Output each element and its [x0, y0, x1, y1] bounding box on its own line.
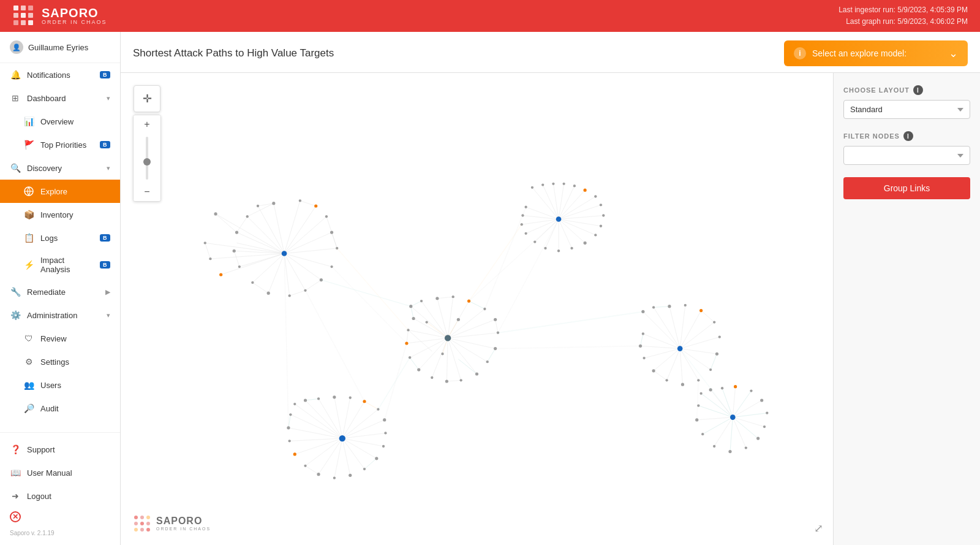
svg-line-12 [216, 214, 284, 254]
content-header: Shortest Attack Paths to High Value Targ… [121, 32, 980, 73]
svg-line-269 [733, 417, 758, 438]
layout-label: CHOOSE LAYOUT i [843, 85, 970, 95]
svg-line-207 [342, 398, 350, 438]
layout-info-icon[interactable]: i [913, 85, 923, 95]
svg-point-195 [709, 368, 712, 371]
watermark-subtitle: ORDER IN CHAOS [156, 527, 211, 532]
topbar: SAPORO ORDER IN CHAOS Last ingestor run:… [0, 0, 980, 32]
svg-point-230 [304, 398, 307, 402]
sidebar-item-top-priorities[interactable]: 🚩 Top Priorities B [0, 133, 120, 156]
sidebar-item-review[interactable]: 🛡 Review [0, 327, 120, 350]
sidebar-label-inventory: Inventory [40, 210, 110, 219]
svg-point-232 [333, 395, 336, 398]
svg-line-169 [680, 311, 701, 349]
svg-line-206 [334, 397, 342, 438]
zoom-slider[interactable] [134, 134, 160, 183]
svg-line-165 [643, 311, 680, 348]
svg-line-265 [733, 391, 751, 417]
svg-point-285 [756, 436, 760, 440]
svg-line-250 [332, 267, 407, 343]
svg-point-245 [293, 452, 296, 455]
svg-line-227 [288, 414, 290, 428]
sidebar-user[interactable]: 👤 Guillaume Eyries [0, 32, 120, 63]
logout-icon: ➜ [10, 490, 21, 501]
sidebar-item-administration[interactable]: ⚙️ Administration ▾ [0, 303, 120, 327]
sidebar-item-users[interactable]: 👥 Users [0, 373, 120, 397]
svg-point-288 [713, 445, 715, 448]
svg-point-51 [272, 202, 275, 205]
svg-line-218 [306, 438, 342, 466]
svg-point-301 [134, 528, 138, 532]
sidebar-item-discovery[interactable]: 🔍 Discovery ▾ [0, 156, 120, 180]
sidebar-item-user-manual[interactable]: 📖 User Manual [0, 461, 120, 484]
svg-point-67 [219, 273, 222, 276]
svg-line-23 [284, 254, 321, 280]
explore-model-banner[interactable]: i Select an explore model: ⌄ [784, 40, 968, 66]
svg-rect-7 [13, 20, 18, 25]
avatar: 👤 [10, 40, 23, 54]
svg-line-264 [733, 387, 735, 417]
filter-info-icon[interactable]: i [903, 131, 913, 141]
filter-nodes-select[interactable] [843, 146, 970, 165]
layout-select[interactable]: Standard Hierarchical Circular [843, 100, 970, 119]
sidebar-label-impact-analysis: Impact Analysis [40, 256, 94, 274]
sidebar-item-audit[interactable]: 🔎 Audit [0, 397, 120, 420]
svg-point-237 [384, 432, 386, 434]
svg-line-80 [559, 219, 572, 248]
svg-line-293 [697, 380, 699, 420]
sidebar-item-explore[interactable]: Explore [0, 180, 120, 203]
svg-rect-1 [13, 6, 18, 10]
notifications-badge: B [100, 71, 110, 78]
sidebar-item-settings[interactable]: ⚙ Settings [0, 350, 120, 373]
zoom-out-button[interactable]: − [134, 183, 160, 201]
svg-point-188 [652, 306, 655, 308]
svg-point-89 [531, 186, 533, 189]
watermark-logo-icon [133, 514, 151, 533]
svg-line-251 [337, 248, 408, 330]
sidebar-item-remediate[interactable]: 🔧 Remediate ▶ [0, 280, 120, 303]
sidebar-label-explore: Explore [40, 187, 110, 196]
zoom-slider-handle[interactable] [143, 158, 151, 166]
svg-point-280 [734, 385, 737, 388]
svg-point-154 [460, 379, 462, 381]
svg-point-193 [718, 336, 721, 338]
sidebar-item-support[interactable]: ❓ Support [0, 438, 120, 461]
explore-icon [23, 186, 34, 197]
svg-point-95 [594, 195, 597, 197]
banner-text: Select an explore model: [812, 48, 943, 58]
svg-line-171 [680, 337, 720, 349]
sidebar-item-notifications[interactable]: 🔔 Notifications B [0, 63, 120, 86]
sidebar-item-dashboard[interactable]: ⊞ Dashboard ▾ [0, 86, 120, 110]
svg-line-210 [342, 420, 385, 438]
svg-point-50 [257, 205, 259, 207]
svg-point-98 [600, 225, 602, 227]
svg-point-202 [642, 332, 644, 335]
sidebar-item-overview[interactable]: 📊 Overview [0, 110, 120, 133]
fullscreen-icon[interactable]: ⤢ [814, 522, 823, 535]
zoom-controls[interactable]: + − [133, 115, 161, 202]
group-links-button[interactable]: Group Links [843, 177, 970, 199]
svg-point-162 [426, 321, 428, 323]
pan-control[interactable]: ✛ [134, 85, 160, 112]
sidebar-item-logs[interactable]: 📋 Logs B [0, 226, 120, 250]
svg-line-141 [458, 359, 477, 374]
svg-line-173 [680, 349, 710, 370]
sidebar-item-impact-analysis[interactable]: ⚡ Impact Analysis B [0, 250, 120, 280]
svg-point-61 [267, 292, 270, 295]
svg-point-286 [745, 446, 747, 449]
svg-point-297 [146, 516, 150, 519]
discovery-arrow: ▾ [107, 164, 110, 172]
svg-line-36 [300, 200, 316, 206]
overview-icon: 📊 [23, 116, 34, 127]
review-icon: 🛡 [23, 333, 34, 344]
svg-point-142 [445, 335, 451, 341]
right-panel: CHOOSE LAYOUT i Standard Hierarchical Ci… [833, 73, 980, 545]
svg-rect-8 [21, 20, 26, 25]
sidebar-item-logout[interactable]: ➜ Logout [0, 484, 120, 508]
svg-line-138 [448, 319, 458, 338]
zoom-in-button[interactable]: + [134, 115, 160, 134]
graph-canvas[interactable]: ✛ + − [121, 73, 833, 545]
svg-point-145 [435, 297, 439, 300]
sidebar-label-dashboard: Dashboard [27, 94, 100, 103]
sidebar-item-inventory[interactable]: 📦 Inventory [0, 203, 120, 226]
